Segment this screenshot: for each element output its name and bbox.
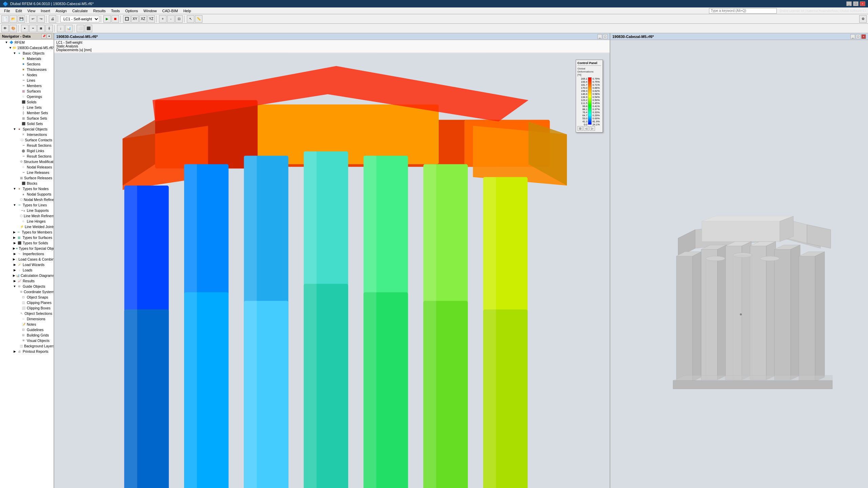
nav-expand-rfem[interactable]: ▼ bbox=[5, 41, 8, 44]
nav-load-cases[interactable]: ▶ ↓ Load Cases & Combinations bbox=[0, 257, 54, 262]
title-bar-controls[interactable]: _ □ × bbox=[846, 1, 865, 6]
nav-openings[interactable]: ▶ ○ Openings bbox=[0, 94, 54, 99]
nav-expand-typesspec[interactable]: ▶ bbox=[13, 247, 15, 250]
vp-right-min-btn[interactable]: _ bbox=[850, 34, 855, 39]
vp-right-max-btn[interactable]: □ bbox=[856, 34, 861, 39]
nav-line-mesh-ref[interactable]: ▶ ⬡ Line Mesh Refinements bbox=[0, 213, 54, 219]
menu-results[interactable]: Results bbox=[91, 8, 108, 14]
nav-materials[interactable]: ▶ ■ Materials bbox=[0, 56, 54, 61]
nav-structmod[interactable]: ▶ ⚙ Structure Modifications bbox=[0, 159, 54, 164]
nav-types-lines[interactable]: ▼ ━ Types for Lines bbox=[0, 202, 54, 208]
menu-calculate[interactable]: Calculate bbox=[70, 8, 91, 14]
maximize-button[interactable]: □ bbox=[853, 1, 859, 6]
menu-view[interactable]: View bbox=[25, 8, 38, 14]
nav-line-hinges[interactable]: ▶ ○ Line Hinges bbox=[0, 219, 54, 224]
nav-types-solids[interactable]: ▶ ⬛ Types for Solids bbox=[0, 240, 54, 246]
nav-line-welded-joints[interactable]: ▶ ⚡ Line Welded Joints bbox=[0, 224, 54, 229]
nav-expand-imperf[interactable]: ▶ bbox=[13, 252, 16, 256]
open-btn[interactable]: 📂 bbox=[9, 15, 17, 23]
member-btn[interactable]: ╫ bbox=[45, 25, 53, 32]
zoom-fit-btn[interactable]: ⊡ bbox=[175, 15, 183, 23]
undo-btn[interactable]: ↩ bbox=[29, 15, 37, 23]
nav-result-sections2[interactable]: ▶ ━ Result Sections bbox=[0, 154, 54, 159]
settings-btn[interactable]: ⚙ bbox=[859, 15, 867, 23]
nav-clipping-planes[interactable]: ▶ ◫ Clipping Planes bbox=[0, 300, 54, 305]
redo-btn[interactable]: ↪ bbox=[37, 15, 45, 23]
nav-close-btn[interactable]: × bbox=[47, 34, 52, 39]
nav-obj-snaps[interactable]: ▶ ⊡ Object Snaps bbox=[0, 294, 54, 300]
nav-nodal-supports[interactable]: ▶ ▲ Nodal Supports bbox=[0, 191, 54, 197]
menu-assign[interactable]: Assign bbox=[53, 8, 70, 14]
nav-special-objects[interactable]: ▼ ● Special Objects bbox=[0, 126, 54, 132]
viewport-left-canvas[interactable]: Control Panel Global Deformations[%] 205… bbox=[54, 53, 610, 488]
nav-members[interactable]: ▶ ━ Members bbox=[0, 83, 54, 88]
nav-blocks[interactable]: ▶ ⬛ Blocks bbox=[0, 181, 54, 186]
nav-result-sections[interactable]: ▶ ━ Result Sections bbox=[0, 143, 54, 148]
nav-printout[interactable]: ▶ 🖨 Printout Reports bbox=[0, 349, 54, 354]
nav-types-surfaces[interactable]: ▶ ▦ Types for Surfaces bbox=[0, 235, 54, 240]
nav-notes[interactable]: ▶ 📝 Notes bbox=[0, 322, 54, 327]
nav-rfem-root[interactable]: ▼ 🔷 RFEM bbox=[0, 40, 54, 45]
vp-right-close-btn[interactable]: × bbox=[861, 34, 866, 39]
nav-surface-releases[interactable]: ▶ ▦ Surface Releases bbox=[0, 175, 54, 181]
nav-expand-special[interactable]: ▼ bbox=[13, 127, 16, 131]
nav-calc-diag[interactable]: ▶ 📊 Calculation Diagrams bbox=[0, 273, 54, 278]
menu-file[interactable]: File bbox=[1, 8, 13, 14]
nav-types-members[interactable]: ▶ ━ Types for Members bbox=[0, 229, 54, 235]
menu-tools[interactable]: Tools bbox=[108, 8, 122, 14]
zoom-in-btn[interactable]: + bbox=[159, 15, 166, 23]
viewport-right-canvas[interactable]: CS: Global XYZ Plane: XY bbox=[610, 40, 868, 488]
nav-thicknesses[interactable]: ▶ ■ Thicknesses bbox=[0, 67, 54, 72]
nav-expand-basic[interactable]: ▼ bbox=[13, 52, 16, 55]
nav-types-special[interactable]: ▶ ● Types for Special Objects bbox=[0, 246, 54, 251]
nav-clipping-boxes[interactable]: ▶ ⬜ Clipping Boxes bbox=[0, 305, 54, 311]
nav-surfacesets[interactable]: ▶ ▦ Surface Sets bbox=[0, 116, 54, 121]
nav-guide-objects[interactable]: ▼ ⊕ Guide Objects bbox=[0, 284, 54, 289]
viewxz-btn[interactable]: XZ bbox=[139, 15, 147, 23]
search-input[interactable] bbox=[709, 8, 777, 14]
cp-btn3[interactable]: ▷ bbox=[590, 126, 595, 131]
nav-loads[interactable]: ▶ ↓ Loads bbox=[0, 267, 54, 273]
measure-btn[interactable]: 📏 bbox=[195, 15, 202, 23]
nav-expand-project[interactable]: ▼ bbox=[9, 46, 12, 49]
viewxy-btn[interactable]: XY bbox=[131, 15, 139, 23]
display-btn[interactable]: 👁 bbox=[1, 25, 9, 32]
nav-expand-calcdiag[interactable]: ▶ bbox=[13, 274, 15, 277]
viewport-left-controls[interactable]: _ □ bbox=[597, 34, 608, 39]
menu-help[interactable]: Help bbox=[181, 8, 194, 14]
minimize-button[interactable]: _ bbox=[846, 1, 852, 6]
node-btn[interactable]: ● bbox=[21, 25, 28, 32]
nav-imperfections[interactable]: ▶ ~ Imperfections bbox=[0, 251, 54, 257]
nav-expand-print[interactable]: ▶ bbox=[13, 350, 16, 353]
save-btn[interactable]: 💾 bbox=[18, 15, 25, 23]
close-button[interactable]: × bbox=[860, 1, 865, 6]
nav-expand-results[interactable]: ▶ bbox=[13, 279, 16, 283]
nav-coord-systems[interactable]: ▶ ⊕ Coordinate Systems bbox=[0, 289, 54, 294]
wireframe-btn[interactable]: ⬜ bbox=[77, 25, 84, 32]
nav-guidelines[interactable]: ▶ ⊟ Guidelines bbox=[0, 327, 54, 332]
render-btn[interactable]: 🎨 bbox=[9, 25, 17, 32]
vp-left-max-btn[interactable]: □ bbox=[603, 34, 608, 39]
nav-expand-loadcases[interactable]: ▶ bbox=[13, 258, 15, 261]
nav-expand-typessol[interactable]: ▶ bbox=[13, 241, 16, 245]
cp-btn2[interactable]: ◁ bbox=[584, 126, 589, 131]
nav-intersections[interactable]: ▶ ✕ Intersections bbox=[0, 132, 54, 137]
nav-object-selections[interactable]: ▶ ↖ Object Selections bbox=[0, 311, 54, 316]
viewport-right-controls[interactable]: _ □ × bbox=[850, 34, 866, 39]
nav-line-releases[interactable]: ▶ ━ Line Releases bbox=[0, 170, 54, 175]
nav-rigid-links[interactable]: ▶ ⬤ Rigid Links bbox=[0, 148, 54, 154]
nav-expand-typeslines[interactable]: ▼ bbox=[13, 203, 16, 207]
vp-left-min-btn[interactable]: _ bbox=[597, 34, 602, 39]
load-btn[interactable]: ↓ bbox=[57, 25, 64, 32]
nav-building-grids[interactable]: ▶ ⊞ Building Grids bbox=[0, 332, 54, 338]
nav-surface-contacts[interactable]: ▶ ⬡ Surface Contacts bbox=[0, 137, 54, 143]
result-btn[interactable]: 📊 bbox=[65, 25, 73, 32]
nav-nodal-mesh-ref[interactable]: ▶ ⬡ Nodal Mesh Refinements bbox=[0, 197, 54, 202]
nav-expand-typessurf[interactable]: ▶ bbox=[13, 236, 16, 239]
nav-pin-btn[interactable]: 📌 bbox=[41, 34, 46, 39]
select-btn[interactable]: ↖ bbox=[187, 15, 194, 23]
stop-btn[interactable]: ⏹ bbox=[112, 15, 119, 23]
nav-project[interactable]: ▼ 📁 190830-Cabezal-M5.rf6* bbox=[0, 45, 54, 50]
nav-load-wizards[interactable]: ▶ 🪄 Load Wizards bbox=[0, 262, 54, 267]
nav-expand-loadwiz[interactable]: ▶ bbox=[13, 263, 16, 266]
